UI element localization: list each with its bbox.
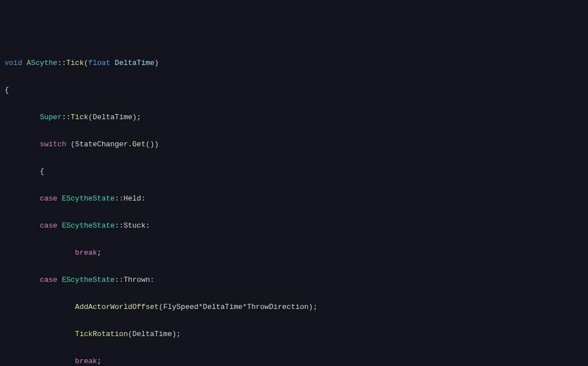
code-editor[interactable]: void AScythe::Tick(float DeltaTime) { Su… (5, 56, 583, 366)
code-line: switch (StateChanger.Get()) (5, 138, 583, 151)
code-line: case EScytheState::Held: (5, 192, 583, 206)
code-line: case EScytheState::Stuck: (5, 219, 583, 233)
code-line: case EScytheState::Thrown: (5, 273, 583, 287)
code-line: TickRotation(DeltaTime); (5, 328, 583, 341)
code-line: break; (5, 246, 583, 260)
code-line: Super::Tick(DeltaTime); (5, 111, 583, 124)
code-line: { (5, 84, 583, 97)
code-line: { (5, 165, 583, 178)
code-line: void AScythe::Tick(float DeltaTime) (5, 56, 583, 70)
code-line: break; (5, 355, 583, 366)
code-line: AddActorWorldOffset(FlySpeed*DeltaTime*T… (5, 300, 583, 314)
